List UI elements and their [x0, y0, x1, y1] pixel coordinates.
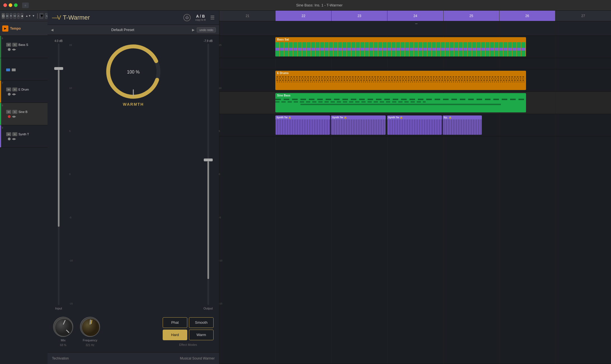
track-arrow-bass-sat[interactable]: ◀▶: [12, 48, 16, 51]
track-arrow-synth-t[interactable]: ◀▶: [12, 137, 16, 140]
measure-25[interactable]: 25: [443, 11, 499, 21]
measure-22[interactable]: 22: [275, 11, 331, 21]
warm-mode-btn[interactable]: Warm: [189, 330, 214, 340]
grid-cell: [219, 92, 275, 114]
plugin-ab-toggle[interactable]: A / B copy to B: [195, 14, 206, 21]
e-drums-clip[interactable]: E Drums: [275, 71, 526, 90]
grid-cell: [275, 136, 331, 364]
phat-label: Phat: [171, 320, 179, 325]
grid-cell: [555, 21, 611, 36]
solo-btn-e-drums[interactable]: S: [12, 88, 17, 91]
minimize-button[interactable]: [9, 3, 12, 7]
daw-icon[interactable]: ⌂: [22, 3, 29, 8]
synth-tw-clip-1[interactable]: Synth Tw 🔒: [275, 115, 330, 135]
timeline-ruler: 21 22 23 24 25 26 27: [219, 11, 611, 21]
sine-bass-content: [275, 98, 526, 112]
scale-neg5-1: -5: [69, 216, 73, 219]
track-name-synth-t: Synth T: [18, 133, 45, 136]
title-bar: ⌂ Sine Bass: Ins. 1 - T-Warmer: [0, 0, 611, 11]
plugin-menu-button[interactable]: ☰: [210, 15, 215, 21]
back-btn[interactable]: ◀: [21, 13, 23, 19]
out-scale-neg5: -5: [219, 216, 222, 219]
plugin-toolbar: ⏻ ⊞ R W A ◀ ▲▼ ▼ ▼ QC 🔒: [0, 11, 48, 21]
mute-btn-e-drums[interactable]: M: [6, 88, 11, 91]
track-num-6: 6: [2, 37, 3, 40]
synth-tw-clip-4[interactable]: Sy.. 🔒: [443, 115, 482, 135]
comp-btn[interactable]: ⊞: [6, 13, 9, 19]
undo-redo-btn[interactable]: undo redo: [197, 27, 216, 32]
grid-cell: [387, 58, 443, 69]
grid-cell: [499, 136, 555, 364]
mix-knob[interactable]: [53, 317, 73, 337]
track-list: ▶ Tempo 6 M S Bass S ◀▶: [0, 21, 48, 364]
scale-neg15-1: -15: [69, 302, 73, 305]
ruler-cells: 21 22 23 24 25 26 27: [219, 11, 611, 21]
warmth-knob-wrapper[interactable]: 100 %: [104, 42, 163, 101]
out-scale-0: 0: [219, 173, 222, 176]
plugin-header-right: ⏻ A / B copy to B ☰: [183, 14, 215, 21]
tempo-lane: •••: [219, 21, 611, 36]
plugin-header: —V T-Warmer ⏻ A / B copy to B ☰: [48, 11, 219, 25]
measure-23[interactable]: 23: [331, 11, 387, 21]
hard-mode-btn[interactable]: Hard: [163, 330, 187, 340]
scale-neg10-1: -10: [69, 259, 73, 262]
preset-name: Default Preset: [56, 28, 190, 32]
input-slider-thumb[interactable]: [54, 67, 63, 70]
preset-prev[interactable]: ◀: [51, 28, 53, 32]
power-btn[interactable]: ⏻: [2, 13, 5, 19]
solo-btn-bass-sat[interactable]: S: [12, 43, 17, 47]
track-name-e-drums: E Drum: [18, 88, 45, 91]
a-btn[interactable]: A: [17, 13, 20, 19]
ab-sublabel: copy to B: [195, 18, 206, 21]
solo-btn-sine-bass[interactable]: S: [12, 110, 17, 114]
track-num-9: 9: [2, 126, 3, 129]
grid-cell: [331, 136, 387, 364]
track-dot-bass-sat: [8, 48, 11, 51]
solo-btn-synth-t[interactable]: S: [12, 132, 17, 136]
synth-tw-clip-3[interactable]: Synth Tw 🔒: [387, 115, 442, 135]
footer-tagline: Musical Sound Warmer: [180, 356, 215, 360]
track-arrow-e-drums[interactable]: ◀▶: [12, 93, 16, 96]
app-container: ⌂ Sine Bass: Ins. 1 - T-Warmer ⏻ ⊞ R W A…: [0, 0, 611, 364]
synth-tw-content-3: [387, 119, 442, 135]
bass-sat-clip[interactable]: Bass Sat: [275, 37, 526, 56]
mute-btn-bass-sat[interactable]: M: [6, 43, 11, 47]
output-slider-thumb[interactable]: [204, 159, 213, 161]
input-scale: 15 10 5 0 -5 -10 -15: [69, 44, 73, 305]
frequency-knob-group: Frequency 321 Hz: [80, 317, 100, 347]
plugin-logo: —V T-Warmer: [52, 14, 90, 21]
plugin-power-button[interactable]: ⏻: [183, 14, 191, 21]
camera-btn[interactable]: [37, 13, 38, 19]
frequency-value: 321 Hz: [86, 344, 94, 347]
r-btn[interactable]: R: [10, 13, 12, 19]
tempo-icon: ▶: [2, 25, 8, 32]
dropdown-btn[interactable]: ▼: [39, 13, 43, 19]
track-num-8: 8: [2, 104, 3, 107]
sine-bass-clip[interactable]: Sine Bass: [275, 93, 526, 112]
measure-26[interactable]: 26: [499, 11, 555, 21]
preset-next[interactable]: ▶: [192, 28, 195, 32]
svg-line-7: [91, 320, 92, 323]
mute-btn-sine-bass[interactable]: M: [6, 110, 11, 114]
synth-tw-clip-2[interactable]: Synth Tw 🔒: [331, 115, 386, 135]
w-btn[interactable]: W: [13, 13, 16, 19]
plugin-logo-mark: —V: [52, 14, 61, 21]
maximize-button[interactable]: [14, 3, 18, 7]
effect-modes-group: Phat Smooth Hard Warm: [163, 317, 214, 346]
track-color-sine-bass: [0, 103, 1, 125]
preset-bar: ◀ Default Preset ▶ undo redo: [48, 25, 219, 35]
grid-cell: [275, 58, 331, 69]
phat-mode-btn[interactable]: Phat: [163, 317, 187, 328]
measure-21: 21: [219, 11, 275, 21]
track-arrow-sine-bass[interactable]: ◀▶: [12, 115, 16, 118]
synth-tw-label-2: Synth Tw 🔒: [331, 115, 386, 119]
measure-24[interactable]: 24: [387, 11, 443, 21]
effect-modes-grid: Phat Smooth Hard Warm: [163, 317, 214, 340]
frequency-knob[interactable]: [80, 317, 100, 337]
grid-cell: [219, 58, 275, 69]
close-button[interactable]: [3, 3, 7, 7]
effect-modes-label: Effect Modes: [179, 343, 197, 346]
smooth-mode-btn[interactable]: Smooth: [189, 317, 214, 328]
mute-btn-synth-t[interactable]: M: [6, 132, 11, 136]
frequency-label: Frequency: [83, 339, 97, 342]
